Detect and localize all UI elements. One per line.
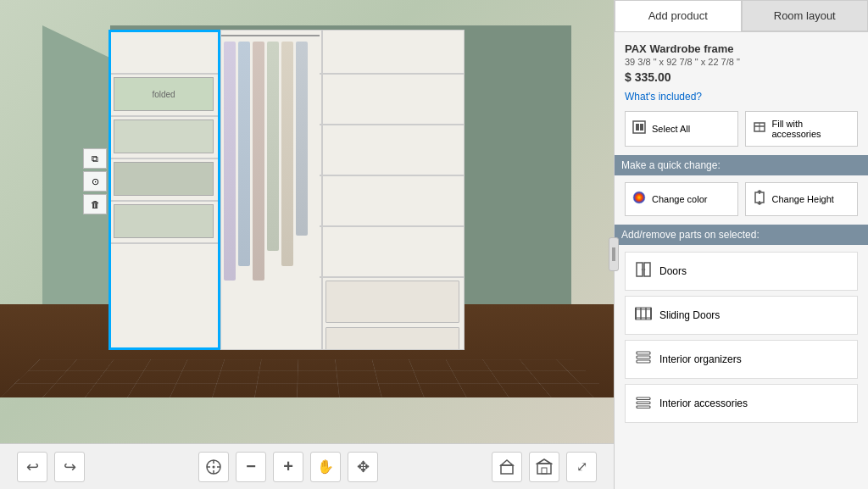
height-svg <box>752 190 767 205</box>
svg-rect-24 <box>637 356 650 358</box>
svg-marker-11 <box>757 203 762 205</box>
compass-svg <box>205 458 222 475</box>
svg-point-15 <box>644 269 646 270</box>
delete-button[interactable]: 🗑 <box>83 194 107 214</box>
select-all-label: Select All <box>652 124 690 134</box>
undo-button[interactable]: ↩ <box>17 452 47 482</box>
select-all-svg <box>632 119 647 135</box>
interior-accessories-icon <box>634 393 653 414</box>
doors-svg <box>635 261 652 278</box>
pan-button[interactable]: ✋ <box>310 452 341 482</box>
svg-rect-2 <box>640 124 643 131</box>
compass-button[interactable] <box>198 452 229 482</box>
zoom-in-button[interactable]: + <box>273 452 303 482</box>
select-all-button[interactable]: Select All <box>625 111 738 147</box>
accessories-svg <box>635 393 652 410</box>
doors-label: Doors <box>659 265 687 277</box>
panel-resize-handle[interactable] <box>609 237 619 271</box>
svg-rect-23 <box>637 352 650 354</box>
change-color-icon <box>631 190 648 208</box>
fill-accessories-icon <box>751 119 768 138</box>
quick-change-actions: Change color Change Height <box>625 182 858 216</box>
redo-button[interactable]: ↪ <box>54 452 85 482</box>
fill-acc-svg <box>752 119 767 135</box>
info-button[interactable]: ⊙ <box>83 171 107 192</box>
fill-accessories-label: Fill with accessories <box>772 119 853 139</box>
change-height-icon <box>751 190 768 208</box>
product-price: $ 335.00 <box>625 70 858 84</box>
right-panel: Add product Room layout PAX Wardrobe fra… <box>614 0 868 489</box>
viewport-object-toolbar: ⧉ ⊙ 🗑 <box>83 148 107 214</box>
interior-accessories-button[interactable]: Interior accessories <box>625 384 858 423</box>
product-dimensions: 39 3/8 " x 92 7/8 " x 22 7/8 " <box>625 57 858 67</box>
zoom-out-button[interactable]: − <box>236 452 266 482</box>
whats-included-link[interactable]: What's included? <box>625 91 858 103</box>
select-all-icon <box>631 119 648 138</box>
sliding-doors-label: Sliding Doors <box>659 309 720 321</box>
panel-tabs: Add product Room layout <box>615 0 868 32</box>
view-group: ⤢ <box>492 452 597 482</box>
wardrobe-body: folded <box>108 30 465 350</box>
tab-room-layout[interactable]: Room layout <box>742 0 869 31</box>
add-remove-header: Add/remove parts on selected: <box>615 225 868 245</box>
nav-group: − + ✋ ✥ <box>198 452 378 482</box>
change-color-button[interactable]: Change color <box>625 182 738 216</box>
svg-rect-27 <box>637 402 650 404</box>
doors-icon <box>634 261 653 281</box>
change-height-button[interactable]: Change Height <box>745 182 859 216</box>
svg-rect-39 <box>542 468 547 474</box>
color-svg <box>632 190 647 205</box>
move-button[interactable]: ✥ <box>348 452 378 482</box>
svg-rect-35 <box>501 465 513 474</box>
product-view-button[interactable] <box>492 452 522 482</box>
change-height-label: Change Height <box>772 194 834 204</box>
tab-add-product[interactable]: Add product <box>615 0 742 31</box>
svg-marker-38 <box>537 459 551 464</box>
svg-point-30 <box>213 465 215 468</box>
bottom-toolbar: ↩ ↪ − + ✋ ✥ <box>0 443 614 489</box>
sliding-svg <box>635 305 652 322</box>
top-actions: Select All Fill with accessories <box>625 111 858 147</box>
undo-redo-group: ↩ ↪ <box>17 452 85 482</box>
svg-marker-36 <box>501 460 513 465</box>
interior-organizers-label: Interior organizers <box>659 353 742 365</box>
organizers-svg <box>635 349 652 366</box>
copy-button[interactable]: ⧉ <box>83 148 107 169</box>
svg-marker-9 <box>757 190 762 192</box>
resize-handle-icon <box>611 246 616 263</box>
product-title: PAX Wardrobe frame <box>625 42 858 55</box>
svg-rect-25 <box>637 360 650 363</box>
quick-change-header: Make a quick change: <box>615 155 868 175</box>
interior-organizers-icon <box>634 349 653 370</box>
panel-content: PAX Wardrobe frame 39 3/8 " x 92 7/8 " x… <box>615 32 868 489</box>
doors-button[interactable]: Doors <box>625 252 858 291</box>
change-color-label: Change color <box>652 194 707 204</box>
interior-organizers-button[interactable]: Interior organizers <box>625 340 858 379</box>
sliding-doors-icon <box>634 305 653 325</box>
svg-rect-1 <box>636 124 639 131</box>
svg-rect-37 <box>537 464 551 474</box>
room-view-button[interactable] <box>529 452 559 482</box>
product-view-svg <box>498 458 515 475</box>
main-container: folded <box>0 0 868 489</box>
svg-point-14 <box>642 269 643 270</box>
sliding-doors-button[interactable]: Sliding Doors <box>625 296 858 335</box>
floor-grid <box>0 359 614 397</box>
svg-point-6 <box>633 192 645 203</box>
room-view-svg <box>536 458 553 475</box>
svg-rect-26 <box>637 397 650 400</box>
fill-accessories-button[interactable]: Fill with accessories <box>745 111 859 147</box>
viewport[interactable]: folded <box>0 0 614 443</box>
fullscreen-button[interactable]: ⤢ <box>566 452 597 482</box>
svg-rect-28 <box>637 406 650 408</box>
interior-accessories-label: Interior accessories <box>659 397 748 409</box>
